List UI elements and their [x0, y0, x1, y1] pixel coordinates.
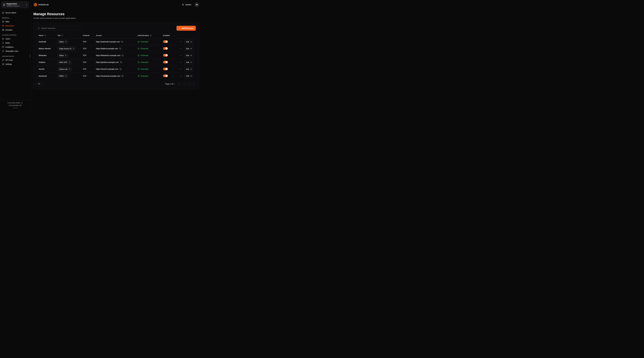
- edit-label: Edit: [186, 75, 189, 77]
- prev-page-button[interactable]: [182, 82, 186, 86]
- row-menu-button[interactable]: [180, 75, 182, 78]
- access-url: https://authentik.example.com: [96, 41, 120, 43]
- sidebar-item-domains[interactable]: Domains: [0, 28, 30, 32]
- table-row: Bitwarden Office TCP https://bitwarden.e…: [36, 52, 196, 59]
- building-icon: [3, 4, 5, 6]
- row-menu-button[interactable]: [180, 68, 182, 71]
- first-page-button[interactable]: [177, 82, 181, 86]
- edit-button[interactable]: Edit: [184, 74, 194, 78]
- copy-icon[interactable]: [121, 41, 123, 43]
- sidebar-item-users[interactable]: Users: [0, 37, 30, 41]
- arrow-up-right-icon: [65, 75, 66, 77]
- copy-icon[interactable]: [119, 48, 121, 50]
- arrow-right-icon: [190, 68, 192, 70]
- enabled-toggle[interactable]: [163, 61, 168, 63]
- shield-check-icon: [138, 48, 140, 50]
- row-menu-button[interactable]: [180, 54, 182, 57]
- last-page-button[interactable]: [192, 82, 196, 86]
- access-url: https://battery.example.com: [96, 48, 118, 50]
- theme-toggle-button[interactable]: System: [182, 4, 191, 6]
- sidebar-item-server-admin[interactable]: Server Admin: [0, 11, 30, 15]
- copy-icon[interactable]: [122, 55, 124, 57]
- page-subtitle: Create secure proxies to your private ap…: [33, 17, 199, 19]
- resource-name: Bitwarden: [39, 54, 58, 57]
- site-link-button[interactable]: Home Lab: [58, 67, 72, 71]
- auth-label: Protected: [140, 61, 148, 63]
- copy-icon[interactable]: [122, 75, 124, 77]
- row-menu-button[interactable]: [180, 40, 182, 43]
- sidebar-nav: Server Admin GENERAL Sites Resources: [0, 10, 30, 66]
- resources-card: Add Resource Name Site Protocol: [33, 23, 199, 89]
- mail-icon: [2, 46, 4, 48]
- sidebar-item-label: Roles: [6, 42, 10, 44]
- column-header-access: Access: [96, 35, 102, 37]
- site-link-button[interactable]: AWS VPC: [58, 60, 72, 64]
- sidebar-scrollbar[interactable]: [30, 54, 30, 58]
- avatar[interactable]: M: [194, 3, 199, 7]
- sort-icon[interactable]: [150, 35, 152, 36]
- brand: PANGOLIN: [33, 3, 49, 7]
- community-edition-link[interactable]: Community Edition: [8, 102, 23, 104]
- section-heading-general: GENERAL: [0, 15, 30, 20]
- topbar: PANGOLIN System M: [33, 0, 199, 9]
- table-body: Authentik Office TCP https://authentik.e…: [36, 39, 196, 79]
- row-menu-button[interactable]: [180, 61, 182, 64]
- section-heading-access-control: ACCESS CONTROL: [0, 32, 30, 37]
- page-size-select[interactable]: 20: [36, 82, 44, 86]
- sidebar-item-label: Domains: [6, 29, 12, 31]
- site-name: Office: [59, 75, 64, 77]
- copy-icon[interactable]: [120, 61, 122, 63]
- combine-icon: [2, 21, 4, 23]
- edit-button[interactable]: Edit: [184, 60, 194, 64]
- enabled-toggle[interactable]: [163, 47, 168, 50]
- shield-check-icon: [138, 75, 140, 77]
- site-link-button[interactable]: Edge Device 01: [58, 47, 76, 51]
- column-header-enabled: Enabled: [163, 35, 170, 37]
- auth-label: Protected: [140, 41, 148, 43]
- site-link-button[interactable]: Office: [58, 54, 68, 58]
- sidebar-item-settings[interactable]: Settings: [0, 62, 30, 66]
- sidebar-item-shareable-links[interactable]: Shareable Links: [0, 49, 30, 53]
- community-edition-label: Community Edition: [8, 102, 20, 104]
- sidebar-item-label: Settings: [6, 63, 12, 65]
- edit-button[interactable]: Edit: [184, 67, 194, 71]
- arrow-right-icon: [190, 75, 192, 77]
- add-resource-button[interactable]: Add Resource: [176, 26, 196, 31]
- sidebar-item-sites[interactable]: Sites: [0, 20, 30, 24]
- enabled-toggle[interactable]: [163, 75, 168, 77]
- edit-button[interactable]: Edit: [184, 47, 194, 51]
- access-url: https://immich.example.com: [96, 68, 118, 70]
- row-menu-button[interactable]: [180, 47, 182, 50]
- sort-icon[interactable]: [44, 35, 46, 36]
- auth-status: Protected: [138, 61, 163, 63]
- external-link-icon: [21, 102, 23, 104]
- arrow-up-right-icon: [65, 41, 66, 43]
- copy-icon[interactable]: [120, 68, 122, 70]
- sidebar-item-label: Server Admin: [6, 12, 16, 14]
- site-name: Office: [59, 41, 64, 43]
- users-icon: [2, 38, 4, 40]
- sidebar-item-roles[interactable]: Roles: [0, 41, 30, 45]
- enabled-toggle[interactable]: [163, 54, 168, 57]
- auth-status: Protected: [138, 41, 163, 43]
- next-page-button[interactable]: [187, 82, 191, 86]
- edit-button[interactable]: Edit: [184, 54, 194, 58]
- sort-icon[interactable]: [62, 35, 63, 36]
- sidebar-item-resources[interactable]: Resources: [0, 24, 30, 28]
- globe-icon: [2, 29, 4, 31]
- enabled-toggle[interactable]: [163, 68, 168, 70]
- site-link-button[interactable]: Office: [58, 74, 68, 78]
- waypoints-icon: [2, 25, 4, 27]
- table-footer: 20 Page 1 of 1: [36, 82, 196, 86]
- sidebar-item-api-keys[interactable]: API Keys: [0, 58, 30, 62]
- org-selector[interactable]: Organization milo@fossorial.io's ...: [2, 2, 29, 8]
- search-input[interactable]: [36, 26, 82, 31]
- site-link-button[interactable]: Office: [58, 40, 68, 44]
- documentation-link[interactable]: Documentation: [9, 105, 22, 106]
- moon-icon: [182, 4, 184, 6]
- enabled-toggle[interactable]: [163, 40, 168, 43]
- edit-button[interactable]: Edit: [184, 40, 194, 44]
- sidebar-item-invitations[interactable]: Invitations: [0, 45, 30, 49]
- page-info: Page 1 of 1: [165, 83, 174, 85]
- sidebar-footer: Community Edition Documentation v1.7.0: [0, 100, 30, 111]
